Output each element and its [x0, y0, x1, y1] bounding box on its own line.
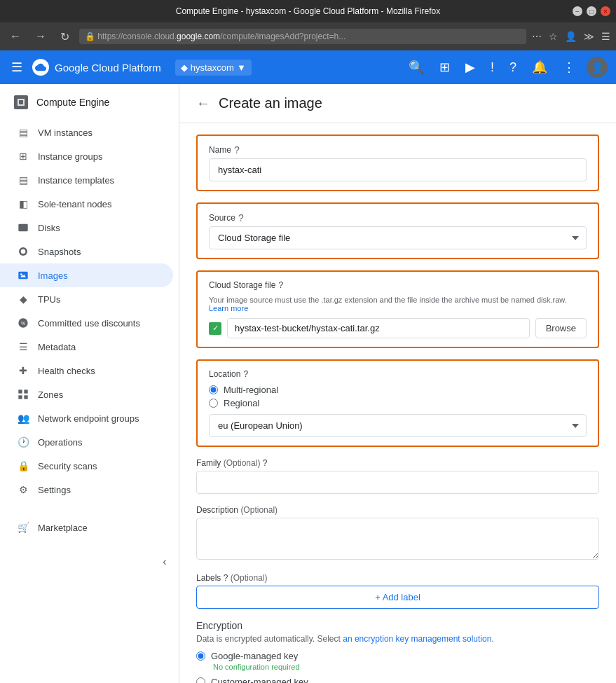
help-icon[interactable]: ?: [505, 57, 521, 78]
forward-nav-button[interactable]: →: [31, 29, 50, 44]
main-content: ← Create an image Name ? Source ?: [179, 84, 616, 683]
support-icon[interactable]: !: [486, 57, 498, 78]
titlebar: Compute Engine - hystaxcom - Google Clou…: [0, 0, 616, 22]
sidebar-item-operations[interactable]: 🕐 Operations: [0, 430, 173, 454]
sole-tenant-icon: ◧: [17, 198, 29, 210]
customer-managed-radio[interactable]: [196, 677, 205, 683]
name-input[interactable]: [209, 158, 587, 181]
source-label: Source ?: [209, 212, 587, 223]
source-select[interactable]: Cloud Storage file Snapshot Disk Image: [209, 226, 587, 249]
name-help-icon[interactable]: ?: [234, 144, 240, 156]
encryption-title: Encryption: [196, 620, 599, 631]
sidebar-item-tpus[interactable]: ◆ TPUs: [0, 287, 173, 311]
browse-button[interactable]: Browse: [535, 318, 587, 338]
hamburger-menu-icon[interactable]: ☰: [8, 57, 25, 78]
cloud-storage-help-icon[interactable]: ?: [278, 280, 283, 290]
user-avatar[interactable]: 👤: [587, 57, 608, 78]
extensions-icon[interactable]: ⋯: [532, 31, 542, 42]
sidebar-item-snapshots[interactable]: Snapshots: [0, 240, 173, 263]
sidebar-item-marketplace[interactable]: 🛒 Marketplace: [0, 516, 173, 539]
sidebar-item-vm-instances[interactable]: ▤ VM instances: [0, 120, 173, 144]
sidebar-item-settings[interactable]: ⚙ Settings: [0, 478, 173, 502]
form-body: Name ? Source ? Cloud Storage file Snaps…: [179, 123, 616, 683]
disks-icon: [17, 221, 29, 234]
svg-point-5: [21, 249, 26, 254]
topnav: ☰ Google Cloud Platform ◆ hystaxcom ▼ 🔍 …: [0, 50, 616, 84]
sidebar-item-images[interactable]: Images: [0, 263, 173, 287]
bell-icon[interactable]: 🔔: [528, 57, 552, 78]
customer-managed-option: Customer-managed key Manage via Google C…: [196, 677, 599, 683]
instance-templates-icon: ▤: [17, 174, 29, 186]
sidebar-item-instance-templates[interactable]: ▤ Instance templates: [0, 168, 173, 192]
sidebar-item-committed-use[interactable]: % Committed use discounts: [0, 311, 173, 335]
svg-rect-3: [18, 224, 27, 232]
svg-rect-11: [24, 389, 27, 393]
close-button[interactable]: ×: [601, 6, 610, 16]
labels-help-icon[interactable]: ?: [224, 573, 228, 583]
google-managed-label[interactable]: Google-managed key: [196, 651, 599, 661]
file-path-input[interactable]: [227, 318, 530, 338]
family-help-icon[interactable]: ?: [263, 458, 268, 468]
regional-option[interactable]: Regional: [209, 398, 587, 408]
services-icon[interactable]: ⊞: [435, 57, 454, 78]
cloud-shell-icon[interactable]: ▶: [461, 57, 479, 78]
svg-rect-10: [18, 389, 22, 393]
back-button[interactable]: ←: [196, 95, 210, 111]
location-help-icon[interactable]: ?: [243, 369, 248, 379]
maximize-button[interactable]: □: [587, 6, 596, 16]
description-optional-text: (Optional): [240, 505, 278, 515]
app-logo: Google Cloud Platform: [32, 59, 161, 76]
sidebar-item-health-checks[interactable]: ✚ Health checks: [0, 359, 173, 382]
multiregional-radio[interactable]: [209, 385, 218, 394]
family-optional-text: (Optional): [224, 458, 261, 468]
description-textarea[interactable]: [196, 518, 599, 560]
source-help-icon[interactable]: ?: [238, 212, 244, 223]
customer-managed-label[interactable]: Customer-managed key: [196, 677, 599, 683]
sidebar-item-network-endpoint[interactable]: 👥 Network endpoint groups: [0, 406, 173, 430]
project-selector[interactable]: ◆ hystaxcom ▼: [175, 60, 252, 76]
zones-icon: [17, 388, 29, 401]
location-dropdown[interactable]: eu (European Union) us (United States) a…: [209, 414, 587, 437]
sidebar-item-zones[interactable]: Zones: [0, 382, 173, 406]
menu-nav-icon[interactable]: ☰: [601, 31, 610, 42]
minimize-button[interactable]: −: [573, 6, 582, 16]
profile-icon[interactable]: 👤: [565, 31, 577, 42]
project-dropdown-icon: ▼: [237, 62, 246, 73]
encryption-link[interactable]: an encryption key management solution: [343, 634, 491, 644]
cloud-storage-note: Your image source must use the .tar.gz e…: [198, 293, 598, 318]
url-domain: google.com: [177, 32, 220, 41]
snapshots-icon: [17, 245, 29, 258]
more-options-icon[interactable]: ⋮: [559, 57, 580, 78]
sidebar-item-disks[interactable]: Disks: [0, 216, 173, 240]
sidebar-item-label: Snapshots: [38, 247, 81, 257]
sidebar-item-metadata[interactable]: ☰ Metadata: [0, 335, 173, 359]
google-managed-radio[interactable]: [196, 651, 205, 661]
search-icon[interactable]: 🔍: [404, 57, 428, 78]
labels-section: Labels ? (Optional) + Add label: [196, 573, 599, 609]
collapse-sidebar-button[interactable]: ‹: [156, 553, 173, 570]
description-section: Description (Optional): [196, 505, 599, 562]
url-bar[interactable]: 🔒 https://console.cloud.google.com/compu…: [79, 29, 526, 44]
sidebar-item-security-scans[interactable]: 🔒 Security scans: [0, 454, 173, 478]
regional-radio[interactable]: [209, 399, 218, 408]
refresh-nav-button[interactable]: ↻: [56, 29, 74, 45]
cloud-storage-label: Cloud Storage file ?: [198, 272, 598, 293]
sidebar-item-label: Settings: [38, 485, 71, 495]
back-nav-button[interactable]: ←: [6, 29, 25, 44]
sidebar-item-label: Metadata: [38, 342, 76, 352]
description-label: Description (Optional): [196, 505, 599, 515]
more-nav-icon[interactable]: ≫: [584, 31, 594, 42]
sidebar-item-label: Committed use discounts: [38, 318, 140, 329]
encryption-section: Encryption Data is encrypted automatical…: [196, 620, 599, 683]
bookmark-icon[interactable]: ☆: [549, 31, 558, 42]
learn-more-link[interactable]: Learn more: [209, 304, 248, 312]
sidebar-item-label: Sole-tenant nodes: [38, 199, 112, 209]
add-label-button[interactable]: + Add label: [196, 586, 599, 609]
settings-icon: ⚙: [17, 483, 29, 496]
sidebar-item-label: TPUs: [38, 294, 61, 305]
multiregional-option[interactable]: Multi-regional: [209, 385, 587, 395]
sidebar-item-instance-groups[interactable]: ⊞ Instance groups: [0, 144, 173, 168]
sidebar-item-sole-tenant[interactable]: ◧ Sole-tenant nodes: [0, 192, 173, 216]
family-label: Family (Optional) ?: [196, 458, 599, 468]
family-input[interactable]: [196, 471, 599, 494]
